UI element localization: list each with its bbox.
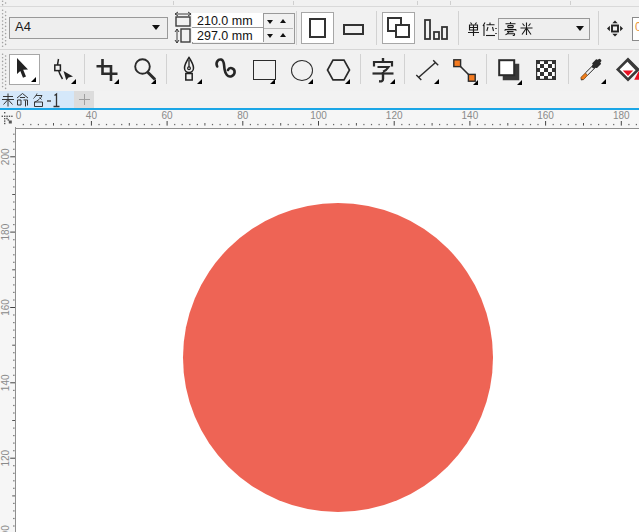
- svg-text:140: 140: [0, 374, 11, 391]
- svg-text:160: 160: [0, 298, 11, 315]
- svg-text:160: 160: [537, 110, 554, 121]
- svg-text:180: 180: [613, 110, 630, 121]
- svg-text:80: 80: [237, 110, 249, 121]
- svg-text:140: 140: [462, 110, 479, 121]
- svg-text:120: 120: [0, 449, 11, 466]
- svg-text:60: 60: [162, 110, 174, 121]
- svg-text:100: 100: [310, 110, 327, 121]
- svg-text:0: 0: [16, 110, 22, 121]
- svg-text:200: 200: [0, 148, 11, 165]
- svg-text:180: 180: [0, 223, 11, 240]
- svg-text:40: 40: [86, 110, 98, 121]
- svg-text:100: 100: [0, 524, 11, 532]
- svg-text:120: 120: [386, 110, 403, 121]
